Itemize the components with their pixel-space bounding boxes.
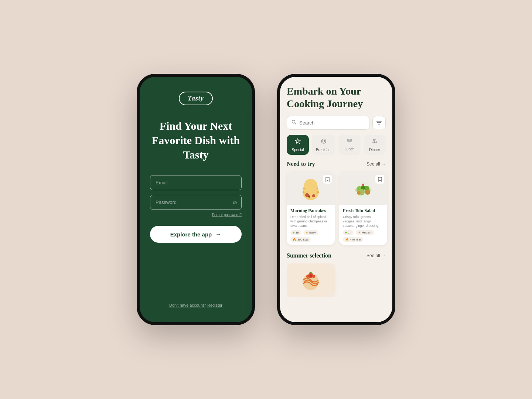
pancakes-illustration: [296, 174, 325, 203]
pancakes-meta: 1h ★ Easy 🔥 300 kcal: [290, 230, 331, 242]
svg-point-29: [310, 274, 312, 277]
pancakes-time: 1h: [290, 230, 301, 235]
need-to-try-see-all[interactable]: See all →: [366, 161, 386, 167]
lunch-label: Lunch: [344, 147, 354, 151]
star-icon: ★: [306, 231, 308, 234]
special-label: Special: [292, 148, 304, 152]
star-icon-2: ★: [358, 231, 361, 234]
salad-image-wrapper: [339, 172, 387, 205]
svg-point-6: [321, 139, 326, 143]
svg-point-24: [362, 184, 364, 186]
breakfast-icon: [320, 138, 327, 146]
salad-desc: Crispy tofu, greens, veggies, and tangy …: [343, 215, 383, 228]
app-logo: Tasty: [179, 92, 212, 105]
pasta-image-wrapper: [287, 263, 335, 297]
pancakes-difficulty: ★ Easy: [303, 230, 318, 235]
dinner-label: Dinner: [369, 148, 380, 152]
svg-point-7: [323, 140, 325, 142]
svg-point-15: [308, 195, 310, 198]
need-to-try-header: Need to try See all →: [287, 161, 386, 167]
summer-recipe-card: [287, 263, 335, 297]
register-link[interactable]: Register: [207, 303, 222, 307]
flame-icon: 🔥: [293, 238, 296, 241]
salad-difficulty: ★ Medium: [356, 230, 374, 235]
svg-point-28: [312, 275, 315, 278]
category-breakfast[interactable]: Breakfast: [312, 135, 335, 155]
category-special[interactable]: Special: [287, 135, 309, 155]
svg-line-1: [295, 123, 296, 125]
category-lunch[interactable]: Lunch: [338, 135, 361, 155]
recipe-card-pancakes: Morning Pancakes Deep-fried ball of spic…: [287, 172, 335, 245]
time-dot-2: [345, 232, 347, 233]
svg-point-12: [304, 179, 317, 192]
email-field[interactable]: [150, 175, 242, 190]
need-to-try-title: Need to try: [287, 161, 315, 167]
salad-card-body: Fresh Tofu Salad Crispy tofu, greens, ve…: [339, 205, 387, 245]
lunch-icon: [346, 138, 353, 146]
svg-point-14: [312, 194, 315, 197]
summer-selection-see-all[interactable]: See all →: [366, 253, 386, 258]
password-field[interactable]: [150, 195, 242, 210]
category-dinner[interactable]: Dinner: [364, 135, 386, 155]
recipe-cards-row: Morning Pancakes Deep-fried ball of spic…: [287, 172, 386, 245]
login-screen: Tasty Find Your Next Favorite Dish with …: [137, 74, 255, 325]
password-wrapper: ⊘: [150, 195, 242, 210]
explore-app-label: Explore the app: [170, 231, 212, 238]
pancakes-calories: 🔥 300 kcal: [290, 237, 311, 242]
special-icon: [294, 138, 301, 146]
filter-button[interactable]: [372, 116, 386, 129]
pancakes-card-body: Morning Pancakes Deep-fried ball of spic…: [287, 205, 335, 245]
svg-marker-5: [295, 139, 300, 144]
search-bar[interactable]: [287, 116, 369, 130]
search-input[interactable]: [299, 120, 361, 126]
search-area: [287, 116, 386, 130]
time-dot: [293, 232, 294, 233]
flame-icon-2: 🔥: [345, 238, 349, 241]
svg-point-23: [357, 191, 361, 195]
breakfast-label: Breakfast: [316, 148, 331, 152]
arrow-right-icon: →: [215, 231, 221, 238]
summer-selection-header: Summer selection See all →: [287, 252, 386, 259]
pancakes-desc: Deep-fried ball of spiced with ground ch…: [290, 215, 331, 228]
explore-app-button[interactable]: Explore the app →: [150, 226, 242, 243]
category-list: Special Breakfast: [287, 135, 386, 155]
salad-title: Fresh Tofu Salad: [343, 208, 383, 214]
app-content-area: Embark on Your Cooking Journey: [280, 77, 392, 322]
salad-time: 1h: [343, 230, 354, 235]
salad-illustration: [348, 174, 378, 203]
svg-point-27: [306, 275, 309, 278]
pancakes-title: Morning Pancakes: [290, 208, 331, 214]
bookmark-pancakes-button[interactable]: [323, 175, 332, 184]
recipe-card-salad: Fresh Tofu Salad Crispy tofu, greens, ve…: [339, 172, 387, 245]
salad-calories: 🔥 470 kcal: [343, 237, 363, 242]
pasta-illustration: [296, 265, 325, 295]
summer-selection-title: Summer selection: [287, 252, 331, 259]
forgot-password-link[interactable]: Forgot password?: [212, 213, 242, 217]
search-icon: [291, 119, 296, 126]
svg-point-22: [365, 190, 370, 195]
register-text: Don't have account?: [169, 303, 206, 307]
salad-meta: 1h ★ Medium 🔥 470 kcal: [343, 230, 383, 242]
app-heading: Embark on Your Cooking Journey: [287, 85, 386, 110]
pancakes-image-wrapper: [287, 172, 335, 205]
summer-cards-row: [287, 263, 386, 297]
hero-title: Find Your Next Favorite Dish with Tasty: [150, 119, 242, 162]
toggle-password-icon[interactable]: ⊘: [233, 199, 237, 205]
dinner-icon: [371, 138, 378, 146]
register-prompt: Don't have account? Register: [169, 303, 222, 307]
bookmark-salad-button[interactable]: [375, 175, 384, 184]
home-screen: Embark on Your Cooking Journey: [277, 74, 395, 325]
